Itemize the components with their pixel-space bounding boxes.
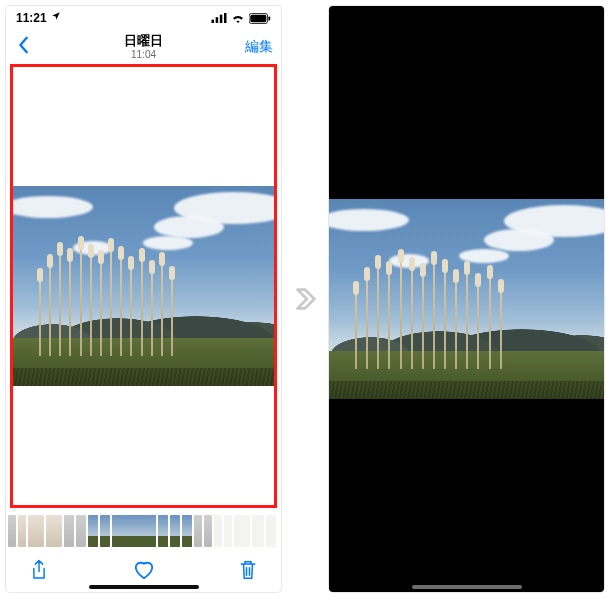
transition-arrow — [289, 283, 321, 315]
nav-title-day: 日曜日 — [124, 34, 163, 48]
thumbnail[interactable] — [234, 515, 250, 547]
phone-fullscreen-viewer — [329, 6, 604, 592]
trash-icon — [239, 559, 257, 581]
phone-photos-detail: 11:21 日曜日 11:04 編集 — [6, 6, 281, 592]
fullscreen-photo[interactable] — [329, 199, 604, 399]
thumbnail[interactable] — [158, 515, 168, 547]
share-icon — [30, 559, 48, 581]
thumbnail[interactable] — [224, 515, 232, 547]
svg-rect-0 — [212, 20, 215, 23]
edit-button[interactable]: 編集 — [245, 38, 273, 56]
delete-button[interactable] — [233, 553, 263, 591]
thumbnail[interactable] — [214, 515, 222, 547]
svg-rect-2 — [220, 15, 223, 23]
wifi-icon — [231, 13, 245, 23]
thumbnail[interactable] — [252, 515, 264, 547]
back-button[interactable] — [12, 30, 36, 64]
thumbnail[interactable] — [28, 515, 44, 547]
battery-icon — [249, 13, 271, 24]
svg-rect-6 — [268, 16, 270, 20]
thumbnail[interactable] — [46, 515, 62, 547]
location-arrow-icon — [51, 11, 61, 21]
thumbnail[interactable] — [100, 515, 110, 547]
photo-highlight-frame[interactable] — [10, 64, 277, 508]
svg-rect-3 — [224, 13, 227, 23]
home-indicator[interactable] — [412, 585, 522, 589]
svg-rect-1 — [216, 17, 219, 23]
signal-icon — [211, 13, 227, 23]
arrow-right-icon — [290, 284, 320, 314]
main-photo[interactable] — [13, 186, 274, 386]
thumbnail[interactable] — [266, 515, 276, 547]
fullscreen-photo-area[interactable] — [329, 6, 604, 592]
home-indicator[interactable] — [89, 585, 199, 589]
nav-title: 日曜日 11:04 — [124, 34, 163, 59]
nav-bar: 日曜日 11:04 編集 — [6, 30, 281, 64]
thumbnail[interactable] — [88, 515, 98, 547]
status-time: 11:21 — [16, 11, 61, 25]
thumbnail-strip[interactable] — [6, 512, 281, 550]
nav-title-time: 11:04 — [124, 49, 163, 60]
thumbnail[interactable] — [182, 515, 192, 547]
svg-rect-5 — [250, 14, 266, 22]
thumbnail-selected[interactable] — [112, 515, 156, 547]
thumbnail[interactable] — [76, 515, 86, 547]
thumbnail[interactable] — [64, 515, 74, 547]
status-bar: 11:21 — [6, 6, 281, 30]
thumbnail[interactable] — [194, 515, 202, 547]
thumbnail[interactable] — [18, 515, 26, 547]
thumbnail[interactable] — [170, 515, 180, 547]
chevron-left-icon — [18, 36, 30, 54]
thumbnail[interactable] — [204, 515, 212, 547]
thumbnail[interactable] — [8, 515, 16, 547]
share-button[interactable] — [24, 553, 54, 591]
heart-icon — [133, 560, 155, 580]
